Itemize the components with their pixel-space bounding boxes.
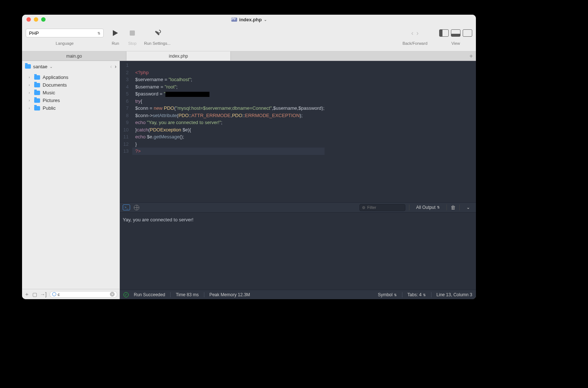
clear-console-button[interactable]: 🗑: [451, 204, 456, 210]
sidebar-footer: ＋ ▢ →] c ✕: [22, 289, 119, 299]
line-gutter: 12345678910111213: [120, 61, 132, 202]
tab-bar: main.goindex.php+: [22, 51, 476, 61]
success-icon: ✓: [123, 292, 129, 297]
tree-item-music[interactable]: ›Music: [22, 89, 119, 97]
minimize-icon[interactable]: [34, 17, 38, 22]
chevron-right-icon: ›: [29, 91, 32, 95]
title-filename: index.php: [239, 17, 262, 22]
back-forward-label: Back/Forward: [402, 41, 427, 46]
toggle-bottom-panel-button[interactable]: [451, 29, 460, 37]
new-folder-icon[interactable]: ▢: [32, 291, 37, 297]
php-icon: [231, 18, 237, 22]
chevron-right-icon: ›: [29, 75, 32, 79]
cursor-position[interactable]: Line 13, Column 3: [437, 292, 472, 297]
chevron-updown-icon: ⇅: [97, 31, 100, 35]
search-value: c: [58, 292, 60, 297]
import-icon[interactable]: →]: [40, 291, 47, 297]
tab-index-php[interactable]: index.php: [126, 51, 231, 61]
folder-icon: [34, 91, 40, 95]
traffic-lights: [26, 17, 46, 22]
chevron-right-icon: ›: [29, 106, 32, 110]
collapse-console-button[interactable]: ⌄: [463, 205, 473, 210]
window-title[interactable]: index.php ⌄: [231, 17, 267, 22]
clear-icon[interactable]: ✕: [110, 292, 115, 297]
stop-label: Stop: [128, 41, 137, 46]
folder-icon: [34, 98, 40, 103]
toolbar: PHP ⇅ Language Run Stop Run Settings... …: [22, 24, 476, 51]
sidebar-forward-button[interactable]: ›: [115, 64, 116, 69]
plus-icon[interactable]: ＋: [24, 291, 29, 298]
code-area[interactable]: <?php$servername = "localhost";$username…: [132, 61, 325, 202]
folder-icon: [34, 106, 40, 110]
output-mode-select[interactable]: All Output ⇅: [413, 205, 443, 210]
language-value: PHP: [29, 30, 39, 36]
sidebar-search-input[interactable]: c ✕: [50, 291, 117, 298]
console-toolbar: >_ ⊜ Filter All Output ⇅ 🗑 ⌄: [120, 202, 476, 213]
sidebar-back-button[interactable]: ‹: [110, 64, 112, 69]
folder-icon: [34, 83, 40, 87]
tree-item-pictures[interactable]: ›Pictures: [22, 97, 119, 104]
code-editor[interactable]: 12345678910111213 <?php$servername = "lo…: [120, 61, 476, 202]
chevron-updown-icon: ⇅: [437, 206, 440, 209]
symbol-select[interactable]: Symbol ⇅: [378, 292, 397, 297]
language-label: Language: [56, 41, 74, 46]
search-icon: [52, 292, 56, 296]
filter-placeholder: Filter: [367, 205, 376, 210]
chevron-down-icon: ⌄: [466, 205, 470, 210]
tab-main-go[interactable]: main.go: [22, 51, 126, 61]
filter-icon: ⊜: [362, 205, 365, 210]
chevron-right-icon: ›: [29, 98, 32, 102]
folder-icon: [34, 75, 40, 80]
file-sidebar: santae ⌄ ‹ › ›Applications›Documents›Mus…: [22, 61, 120, 299]
stop-icon: [130, 30, 135, 36]
chevron-right-icon: ›: [29, 83, 32, 87]
sidebar-root-label: santae: [33, 64, 47, 69]
settings-label: Run Settings...: [144, 41, 171, 46]
console-text: Yay, you are connected to server!: [123, 217, 193, 222]
stop-button: [127, 28, 137, 38]
run-settings-button[interactable]: [152, 28, 162, 38]
tree-item-public[interactable]: ›Public: [22, 104, 119, 112]
play-icon: [113, 30, 118, 36]
tree-item-documents[interactable]: ›Documents: [22, 81, 119, 89]
globe-icon[interactable]: [134, 205, 139, 210]
chevron-down-icon: ⌄: [50, 65, 53, 69]
close-icon[interactable]: [26, 17, 31, 22]
status-bar: ✓ Run Succeeded Time 83 ms Peak Memory 1…: [120, 290, 476, 299]
toggle-right-panel-button[interactable]: [463, 29, 472, 37]
app-window: index.php ⌄ PHP ⇅ Language Run Stop Run …: [22, 15, 476, 299]
tab-width-select[interactable]: Tabs: 4 ⇅: [408, 292, 426, 297]
console-output[interactable]: Yay, you are connected to server!: [120, 213, 476, 290]
folder-icon: [25, 64, 31, 69]
status-time: Time 83 ms: [176, 292, 198, 297]
status-memory: Peak Memory 12.3M: [209, 292, 250, 297]
fullscreen-icon[interactable]: [41, 17, 46, 22]
chevron-down-icon: ⌄: [264, 18, 267, 22]
forward-button[interactable]: ›: [416, 29, 419, 37]
console-filter-input[interactable]: ⊜ Filter: [359, 204, 405, 211]
back-button[interactable]: ‹: [411, 29, 413, 37]
run-button[interactable]: [110, 28, 121, 38]
sidebar-root[interactable]: santae ⌄ ‹ ›: [22, 61, 119, 72]
status-run: Run Succeeded: [134, 292, 165, 297]
file-tree: ›Applications›Documents›Music›Pictures›P…: [22, 72, 119, 113]
language-select[interactable]: PHP ⇅: [26, 29, 104, 37]
run-label: Run: [112, 41, 119, 46]
new-tab-button[interactable]: +: [466, 51, 476, 61]
toggle-left-panel-button[interactable]: [439, 29, 449, 37]
titlebar[interactable]: index.php ⌄: [22, 15, 476, 24]
tree-item-applications[interactable]: ›Applications: [22, 73, 119, 81]
terminal-icon[interactable]: >_: [123, 204, 130, 210]
wrench-icon: [154, 30, 160, 36]
view-label: View: [451, 41, 460, 46]
